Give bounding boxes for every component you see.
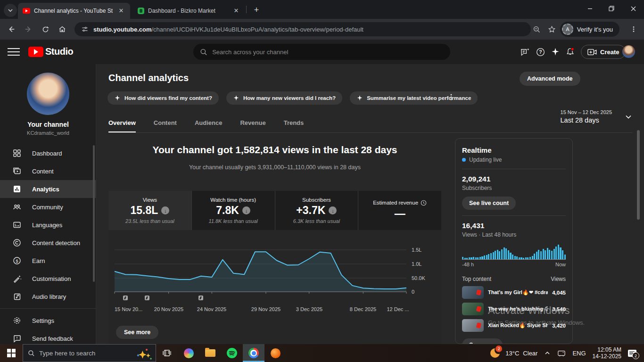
sidebar-item-content-detection[interactable]: Content detection: [0, 234, 96, 252]
help-icon[interactable]: ?: [534, 46, 546, 58]
video-upload-marker-icon[interactable]: [123, 296, 128, 300]
youtube-studio-logo[interactable]: Studio: [28, 46, 73, 57]
site-settings-icon[interactable]: [81, 25, 89, 33]
sidebar-item-analytics[interactable]: Analytics: [0, 180, 96, 198]
tab-content[interactable]: Content: [154, 113, 177, 132]
spotify-button[interactable]: [221, 344, 243, 362]
weather-widget[interactable]: 2 13°C Clear: [487, 344, 541, 362]
top-content-row[interactable]: Xian Rocked🔥 Siyue Sho... 3,420: [462, 319, 566, 332]
new-tab-button[interactable]: +: [251, 4, 262, 16]
sidebar-item-earn[interactable]: $ Earn: [0, 252, 96, 270]
tab-revenue[interactable]: Revenue: [240, 113, 265, 132]
sidebar-item-customisation[interactable]: Customisation: [0, 270, 96, 288]
top-content-row[interactable]: That's my Girl🔥❤ #cdra... 4,045: [462, 286, 566, 299]
account-avatar[interactable]: [622, 45, 635, 58]
start-button[interactable]: [0, 344, 23, 362]
zoom-out-icon[interactable]: [530, 23, 543, 36]
subscribers-label: Subscribers: [462, 185, 566, 191]
tab-close-icon[interactable]: ✕: [117, 7, 125, 15]
see-more-button[interactable]: See more: [116, 326, 158, 339]
menu-hamburger-icon[interactable]: [8, 46, 20, 58]
fl-studio-button[interactable]: [264, 344, 286, 362]
bookmark-star-icon[interactable]: [545, 23, 558, 36]
sidebar-item-audio-library[interactable]: Audio library: [0, 288, 96, 305]
taskbar-search-input[interactable]: [39, 350, 119, 357]
copilot-icon: [184, 348, 194, 358]
task-view-button[interactable]: [156, 344, 178, 362]
chip-new-viewers[interactable]: How many new viewers did I reach?: [226, 91, 342, 105]
file-explorer-button[interactable]: [199, 344, 221, 362]
feedback-icon[interactable]: [519, 46, 531, 58]
chip-summarise-performance[interactable]: Summarise my latest video performance: [350, 91, 478, 105]
advanced-mode-button[interactable]: Advanced mode: [520, 72, 580, 86]
home-button[interactable]: [56, 23, 69, 36]
sidebar-scrollbar[interactable]: [93, 145, 95, 282]
subtitles-icon: [12, 220, 22, 230]
browser-tab-active[interactable]: Channel analytics - YouTube St ✕: [18, 3, 130, 19]
address-bar[interactable]: studio.youtube.com/channel/UCDiHVKJu1deU…: [74, 22, 531, 36]
browser-menu-icon[interactable]: [627, 23, 640, 36]
chips-overflow-menu-icon[interactable]: [448, 93, 454, 101]
forward-button[interactable]: [22, 23, 35, 36]
action-center-button[interactable]: 2: [625, 344, 644, 362]
metric-estimated-revenue[interactable]: Estimated revenue —: [358, 191, 441, 230]
create-button[interactable]: Create: [581, 45, 626, 59]
metric-watch-time[interactable]: Watch time (hours) 7.8K↓ 11.8K less than…: [192, 191, 275, 230]
dollar-icon: $: [12, 256, 22, 265]
top-content-row[interactable]: The way he's blushing 😊... 3,540: [462, 303, 566, 315]
restore-button[interactable]: [601, 0, 622, 17]
realtime-bar: [493, 252, 494, 259]
see-live-count-button[interactable]: See live count: [462, 197, 516, 210]
video-upload-marker-icon[interactable]: [145, 296, 149, 300]
tab-close-icon[interactable]: ✕: [232, 7, 240, 15]
youtube-favicon-icon: [23, 8, 30, 14]
clock-info-icon: [421, 200, 427, 206]
realtime-bar: [543, 249, 544, 259]
tray-expand-button[interactable]: [541, 344, 554, 362]
close-window-button[interactable]: [622, 0, 644, 17]
ai-sparkle-icon[interactable]: [549, 46, 561, 58]
sidebar-item-dashboard[interactable]: Dashboard: [0, 144, 96, 162]
date-range-selector[interactable]: 15 Nov – 12 Dec 2025 Last 28 days: [473, 109, 633, 124]
sidebar-item-content[interactable]: Content: [0, 162, 96, 180]
metric-label: Subscribers: [302, 197, 331, 203]
divider: [462, 169, 566, 169]
realtime-axis-start: -48 h: [462, 262, 474, 267]
language-indicator[interactable]: ENG: [569, 344, 589, 362]
sidebar-item-languages[interactable]: Languages: [0, 216, 96, 234]
metric-subscribers[interactable]: Subscribers +3.7K↓ 6.3K less than usual: [275, 191, 359, 230]
realtime-bar-chart[interactable]: [462, 243, 566, 260]
copilot-sparkles-icon: [132, 347, 153, 360]
tab-search-button[interactable]: [4, 4, 17, 17]
reload-button[interactable]: [39, 23, 52, 36]
minimize-button[interactable]: [579, 0, 601, 17]
copilot-button[interactable]: [178, 344, 199, 362]
channel-avatar[interactable]: [27, 73, 69, 115]
back-button[interactable]: [5, 23, 18, 36]
fl-studio-icon: [271, 348, 281, 358]
notifications-bell-icon[interactable]: [564, 46, 576, 58]
chip-how-found[interactable]: How did viewers find my content?: [107, 91, 219, 105]
realtime-bar: [510, 253, 511, 259]
tab-audience[interactable]: Audience: [195, 113, 223, 132]
touch-keyboard-button[interactable]: [554, 344, 569, 362]
tab-overview[interactable]: Overview: [108, 113, 136, 132]
sidebar-item-community[interactable]: Community: [0, 198, 96, 216]
video-upload-marker-icon[interactable]: [198, 296, 203, 300]
metric-views[interactable]: Views 15.8L↓ 23.5L less than usual: [108, 191, 192, 230]
sidebar-item-settings[interactable]: Settings: [0, 312, 96, 329]
studio-search-input[interactable]: [212, 49, 444, 56]
verify-its-you-button[interactable]: A Verify it's you: [560, 22, 619, 37]
browser-tab-inactive[interactable]: Dashboard - Bizkro Market ✕: [133, 3, 245, 19]
chrome-button[interactable]: [243, 344, 264, 362]
live-dot-icon: [462, 158, 466, 162]
tab-trends[interactable]: Trends: [284, 113, 304, 132]
views-line-chart[interactable]: 1.5L 1.0L 50.0K 0: [108, 236, 441, 294]
taskbar-search-box[interactable]: [23, 344, 156, 362]
realtime-see-more-button[interactable]: See more: [462, 338, 503, 344]
sidebar-item-label: Content: [32, 168, 54, 175]
task-view-icon: [162, 348, 172, 358]
main-scrollbar[interactable]: [636, 130, 640, 362]
studio-search-bar[interactable]: [193, 44, 450, 60]
clock[interactable]: 12:05 AM 14-12-2025: [589, 344, 625, 362]
